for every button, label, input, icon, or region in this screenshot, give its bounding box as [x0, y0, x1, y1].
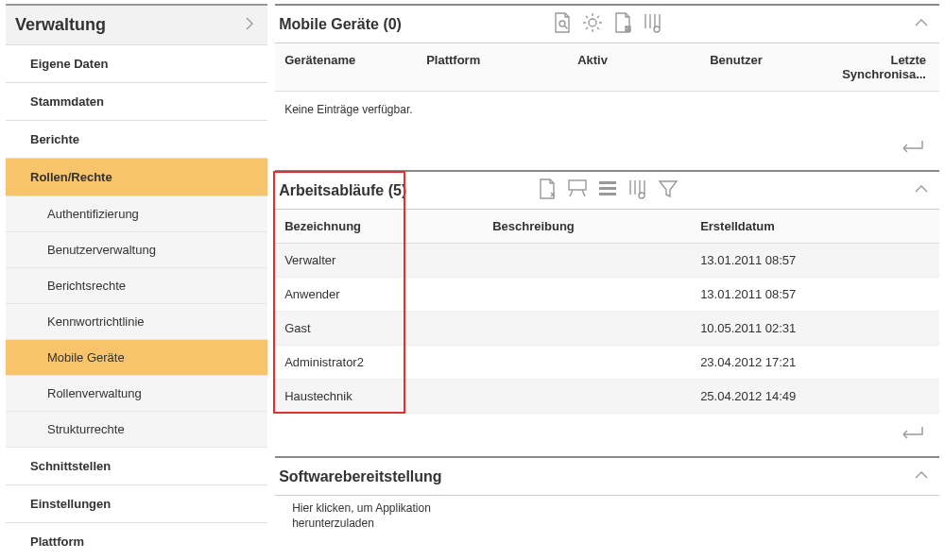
collapse-icon[interactable]	[913, 468, 930, 484]
sidebar-item-eigenedaten[interactable]: Eigene Daten	[6, 45, 267, 83]
download-hint[interactable]: Hier klicken, um Applikation herunterzul…	[275, 496, 464, 540]
panel-devices-toolbar	[550, 10, 665, 38]
svg-rect-3	[569, 180, 586, 190]
svg-rect-5	[599, 187, 616, 190]
sidebar-sub-kennwortrichtlinie[interactable]: Kennwortrichtlinie	[6, 304, 267, 340]
svg-point-1	[589, 19, 596, 26]
panel-devices-header: Mobile Geräte (0)	[275, 6, 939, 43]
th-desc[interactable]: Beschreibung	[483, 210, 691, 243]
th-created[interactable]: Erstelldatum	[691, 210, 939, 243]
panel-devices-title: Mobile Geräte (0)	[279, 16, 402, 33]
th-lastsync[interactable]: Letzte Synchronisa...	[833, 43, 939, 91]
table-row[interactable]: Verwalter 13.01.2011 08:57	[275, 244, 939, 278]
cell-desc	[483, 312, 691, 345]
panel-workflows-title: Arbeitsabläufe (5)	[279, 182, 406, 199]
workflows-table-head: Bezeichnung Beschreibung Erstelldatum	[275, 210, 939, 244]
cell-name: Haustechnik	[275, 380, 483, 413]
return-icon[interactable]	[898, 423, 926, 445]
chevron-right-icon[interactable]	[243, 15, 256, 35]
cell-desc	[483, 380, 691, 413]
panel-devices: Mobile Geräte (0) Gerätename Plattform A…	[275, 4, 939, 164]
sidebar-header: Verwaltung	[6, 6, 267, 45]
devices-empty-msg: Keine Einträge verfügbar.	[275, 92, 939, 127]
sidebar-item-einstellungen[interactable]: Einstellungen	[6, 485, 267, 523]
table-row[interactable]: Anwender 13.01.2011 08:57	[275, 278, 939, 312]
th-devicename[interactable]: Gerätename	[275, 43, 417, 91]
collapse-icon[interactable]	[913, 16, 930, 32]
cell-desc	[483, 244, 691, 277]
assign-icon[interactable]	[565, 177, 590, 204]
svg-point-2	[654, 26, 660, 32]
sidebar-item-plattform[interactable]: Plattform	[6, 523, 267, 560]
new-doc-icon[interactable]	[535, 177, 559, 204]
devices-return-row	[275, 127, 939, 164]
th-label[interactable]: Bezeichnung	[275, 210, 483, 243]
cell-date: 23.04.2012 17:21	[691, 346, 939, 379]
sidebar: Verwaltung Eigene Daten Stammdaten Beric…	[6, 4, 267, 560]
sidebar-title: Verwaltung	[15, 15, 106, 35]
table-row[interactable]: Administrator2 23.04.2012 17:21	[275, 346, 939, 380]
cell-date: 13.01.2011 08:57	[691, 278, 939, 311]
sidebar-item-schnittstellen[interactable]: Schnittstellen	[6, 448, 267, 485]
svg-rect-6	[599, 193, 616, 195]
svg-rect-4	[599, 181, 616, 184]
main-content: Mobile Geräte (0) Gerätename Plattform A…	[271, 0, 945, 560]
svg-point-7	[639, 193, 644, 198]
sidebar-sub-rollenverwaltung[interactable]: Rollenverwaltung	[6, 376, 267, 412]
filter-icon[interactable]	[656, 177, 680, 204]
cell-name: Gast	[275, 312, 483, 345]
cell-name: Anwender	[275, 278, 483, 311]
delete-doc-icon[interactable]	[610, 10, 635, 38]
columns-config-icon[interactable]	[641, 10, 665, 38]
cell-date: 13.01.2011 08:57	[691, 244, 939, 277]
sidebar-item-stammdaten[interactable]: Stammdaten	[6, 83, 267, 121]
cell-date: 10.05.2011 02:31	[691, 312, 939, 345]
sidebar-sub-benutzerverwaltung[interactable]: Benutzerverwaltung	[6, 232, 267, 268]
devices-table-head: Gerätename Plattform Aktiv Benutzer Letz…	[275, 43, 939, 92]
cell-date: 25.04.2012 14:49	[691, 380, 939, 413]
cell-desc	[483, 346, 691, 379]
th-active[interactable]: Aktiv	[568, 43, 700, 91]
cell-name: Verwalter	[275, 244, 483, 277]
workflows-return-row	[275, 414, 939, 450]
th-user[interactable]: Benutzer	[700, 43, 833, 91]
table-row[interactable]: Haustechnik 25.04.2012 14:49	[275, 380, 939, 414]
panel-workflows-header: Arbeitsabläufe (5)	[275, 172, 939, 210]
sidebar-sub-strukturrechte[interactable]: Strukturrechte	[6, 412, 267, 448]
gear-icon[interactable]	[580, 10, 605, 38]
sidebar-sub-mobilegeraete[interactable]: Mobile Geräte	[6, 340, 267, 376]
th-platform[interactable]: Plattform	[417, 43, 568, 91]
table-row[interactable]: Gast 10.05.2011 02:31	[275, 312, 939, 346]
panel-software: Softwarebereitstellung Hier klicken, um …	[275, 456, 939, 540]
panel-software-header: Softwarebereitstellung	[275, 458, 939, 496]
cell-name: Administrator2	[275, 346, 483, 379]
sidebar-sub-authentifizierung[interactable]: Authentifizierung	[6, 196, 267, 232]
panel-workflows: Arbeitsabläufe (5) Bezeichnung Beschreib…	[275, 170, 939, 450]
panel-software-title: Softwarebereitstellung	[279, 468, 441, 485]
panel-workflows-toolbar	[535, 177, 680, 204]
sidebar-sub-berichtsrechte[interactable]: Berichtsrechte	[6, 268, 267, 304]
search-doc-icon[interactable]	[550, 10, 575, 38]
sidebar-item-rollenrechte[interactable]: Rollen/Rechte	[6, 159, 267, 196]
cell-desc	[483, 278, 691, 311]
sidebar-item-berichte[interactable]: Berichte	[6, 121, 267, 159]
collapse-icon[interactable]	[913, 182, 930, 198]
workflows-body: Bezeichnung Beschreibung Erstelldatum Ve…	[275, 210, 939, 414]
svg-point-0	[559, 21, 565, 26]
return-icon[interactable]	[898, 137, 926, 159]
columns-config-icon[interactable]	[626, 177, 650, 204]
list-icon[interactable]	[595, 177, 620, 204]
